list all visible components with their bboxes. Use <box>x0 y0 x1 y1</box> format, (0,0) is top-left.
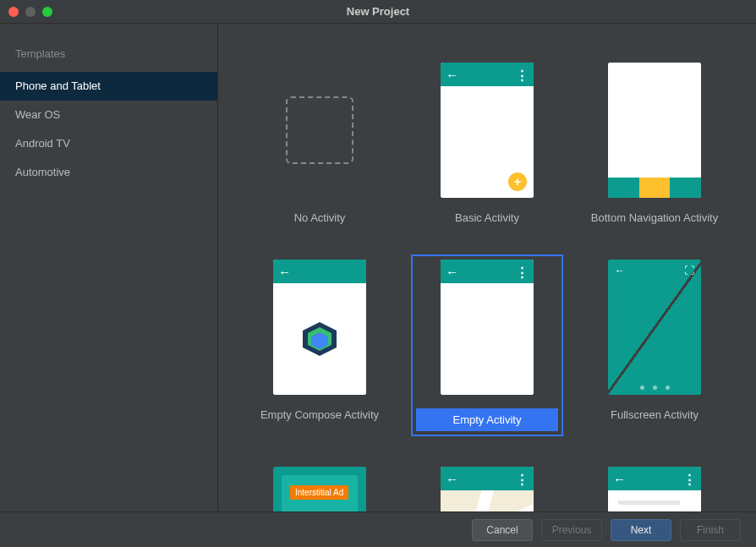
thumbnail-appbar: ← <box>273 260 366 283</box>
fullscreen-icon: ⛶ <box>684 265 694 276</box>
cancel-button[interactable]: Cancel <box>472 519 533 541</box>
thumbnail: ← ⋮ <box>441 260 534 395</box>
template-maps-activity[interactable]: ← ⋮ Google Maps Activity <box>411 462 563 511</box>
thumbnail-body <box>441 283 534 395</box>
thumbnail-body: ← ⛶ <box>608 260 701 395</box>
overflow-menu-icon: ⋮ <box>516 265 529 278</box>
fab-icon: + <box>508 172 527 191</box>
thumbnail-appbar: ← ⋮ <box>441 260 534 283</box>
thumbnail-bottom-nav <box>608 178 701 198</box>
overflow-menu-icon: ⋮ <box>516 68 529 81</box>
template-label: Basic Activity <box>455 211 519 224</box>
window-title: New Project <box>0 5 756 18</box>
sidebar: Templates Phone and Tablet Wear OS Andro… <box>0 24 218 511</box>
thumbnail <box>273 63 366 198</box>
thumbnail: Interstitial Ad <box>273 467 366 511</box>
template-login-activity[interactable]: ← ⋮ Login Activity <box>578 462 731 511</box>
ad-chip: Interstitial Ad <box>290 485 348 500</box>
thumbnail: ← ⋮ <box>441 467 534 511</box>
pager-dots-icon <box>608 386 701 390</box>
thumbnail-body: + <box>441 86 534 198</box>
thumbnail-map <box>441 490 534 511</box>
template-label: Empty Activity <box>416 408 558 431</box>
sidebar-item-wear-os[interactable]: Wear OS <box>0 101 217 129</box>
template-fullscreen-activity[interactable]: ← ⛶ Fullscreen Activity <box>578 254 731 436</box>
back-arrow-icon: ← <box>613 473 626 485</box>
compose-logo-icon <box>299 319 340 359</box>
sidebar-item-automotive[interactable]: Automotive <box>0 158 217 187</box>
back-arrow-icon: ← <box>446 68 458 81</box>
sidebar-item-android-tv[interactable]: Android TV <box>0 129 217 158</box>
templates-grid: No Activity ← ⋮ + Basic Activity <box>244 57 731 511</box>
template-empty-activity[interactable]: ← ⋮ Empty Activity <box>411 254 563 436</box>
dashed-placeholder-icon <box>286 96 353 164</box>
thumbnail-appbar: ← ⋮ <box>608 467 701 490</box>
thumbnail-body <box>273 283 366 395</box>
finish-button: Finish <box>680 519 741 541</box>
window-controls <box>0 7 52 17</box>
thumbnail-body <box>608 490 701 511</box>
next-button[interactable]: Next <box>611 519 671 541</box>
thumbnail: ← <box>273 260 366 395</box>
bottom-nav-active-icon <box>639 178 671 198</box>
back-arrow-icon: ← <box>615 265 625 276</box>
thumbnail: ← ⋮ <box>608 467 701 511</box>
template-admob-activity[interactable]: Interstitial Ad Google AdMob Ads Activit… <box>244 462 396 511</box>
minimize-window-icon[interactable] <box>25 7 36 17</box>
template-label: Empty Compose Activity <box>260 408 379 421</box>
thumbnail: ← ⋮ + <box>441 63 534 198</box>
titlebar: New Project <box>0 0 756 24</box>
main-area: Templates Phone and Tablet Wear OS Andro… <box>0 24 756 511</box>
back-arrow-icon: ← <box>446 265 458 278</box>
template-no-activity[interactable]: No Activity <box>244 57 396 229</box>
templates-panel: No Activity ← ⋮ + Basic Activity <box>218 24 756 511</box>
thumbnail-appbar: ← ⋮ <box>441 63 534 86</box>
thumbnail-body <box>608 63 701 178</box>
footer: Cancel Previous Next Finish <box>0 511 756 547</box>
sidebar-item-phone-tablet[interactable]: Phone and Tablet <box>0 72 217 101</box>
thumbnail: ← ⛶ <box>608 260 701 395</box>
close-window-icon[interactable] <box>8 7 19 17</box>
template-basic-activity[interactable]: ← ⋮ + Basic Activity <box>411 57 563 229</box>
back-arrow-icon: ← <box>278 265 291 278</box>
overflow-menu-icon: ⋮ <box>683 473 696 485</box>
template-label: Bottom Navigation Activity <box>591 211 718 224</box>
template-label: No Activity <box>294 211 346 224</box>
overflow-menu-icon: ⋮ <box>516 473 529 485</box>
thumbnail-appbar: ← ⋮ <box>441 467 534 490</box>
thumbnail <box>608 63 701 198</box>
back-arrow-icon: ← <box>446 473 458 485</box>
sidebar-header: Templates <box>0 41 217 72</box>
template-label: Fullscreen Activity <box>611 408 698 421</box>
maximize-window-icon[interactable] <box>42 7 52 17</box>
thumbnail-body: Interstitial Ad <box>273 467 366 511</box>
template-empty-compose-activity[interactable]: ← Empty Compose Activity <box>244 254 396 436</box>
template-bottom-navigation-activity[interactable]: Bottom Navigation Activity <box>578 57 731 229</box>
previous-button: Previous <box>541 519 602 541</box>
